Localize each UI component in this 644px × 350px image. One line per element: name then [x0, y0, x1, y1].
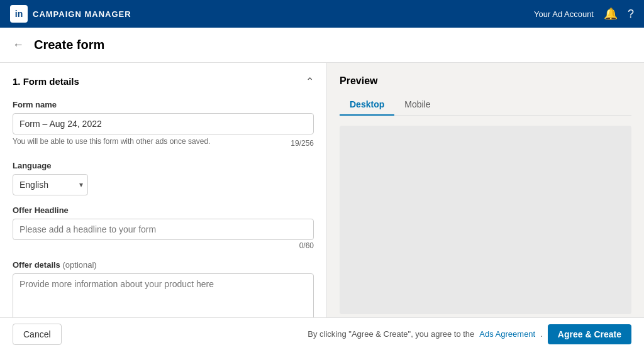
section-title: 1. Form details — [13, 76, 79, 87]
top-navigation: in CAMPAIGN MANAGER Your Ad Account 🔔 ? — [0, 0, 644, 28]
account-name: Your Ad Account — [534, 9, 594, 19]
cancel-button[interactable]: Cancel — [13, 324, 62, 345]
footer-period: . — [540, 329, 543, 339]
language-label: Language — [13, 161, 314, 170]
offer-headline-input[interactable] — [13, 219, 314, 240]
ads-agreement-link[interactable]: Ads Agreement — [479, 329, 535, 339]
tab-desktop[interactable]: Desktop — [340, 94, 394, 116]
left-panel: 1. Form details ⌃ Form name You will be … — [0, 63, 327, 317]
footer-right: By clicking "Agree & Create", you agree … — [308, 324, 631, 344]
tab-mobile[interactable]: Mobile — [394, 94, 440, 116]
collapse-icon[interactable]: ⌃ — [306, 75, 314, 87]
offer-details-label: Offer details (optional) — [13, 260, 314, 270]
preview-title: Preview — [340, 75, 631, 87]
form-name-hint: You will be able to use this form with o… — [13, 137, 210, 146]
offer-headline-char-count: 0/60 — [13, 241, 314, 250]
form-name-input[interactable] — [13, 113, 314, 134]
linkedin-logo: in — [10, 5, 28, 23]
offer-details-optional: (optional) — [62, 260, 96, 270]
language-select-wrapper[interactable]: English — [13, 174, 88, 195]
footer: Cancel By clicking "Agree & Create", you… — [0, 317, 644, 350]
offer-details-input[interactable] — [13, 273, 314, 317]
footer-disclaimer: By clicking "Agree & Create", you agree … — [308, 329, 474, 339]
language-group: Language English — [13, 161, 314, 195]
right-panel: Preview Desktop Mobile — [327, 63, 644, 317]
preview-tabs: Desktop Mobile — [340, 94, 631, 116]
subheader: ← Create form — [0, 28, 644, 63]
offer-headline-label: Offer Headline — [13, 205, 314, 215]
topnav-left: in CAMPAIGN MANAGER — [10, 5, 131, 23]
back-button[interactable]: ← — [13, 38, 24, 52]
footer-left: Cancel — [13, 324, 62, 345]
offer-headline-group: Offer Headline 0/60 — [13, 205, 314, 250]
main-content: 1. Form details ⌃ Form name You will be … — [0, 63, 644, 317]
page-title: Create form — [34, 38, 104, 52]
form-name-group: Form name You will be able to use this f… — [13, 100, 314, 151]
brand-name: CAMPAIGN MANAGER — [33, 9, 131, 19]
agree-create-button[interactable]: Agree & Create — [548, 324, 631, 344]
preview-area — [340, 126, 631, 314]
form-name-char-count: 19/256 — [291, 139, 314, 148]
topnav-right: Your Ad Account 🔔 ? — [534, 7, 634, 21]
form-name-label: Form name — [13, 100, 314, 109]
offer-details-group: Offer details (optional) 0/160 — [13, 260, 314, 317]
section-header: 1. Form details ⌃ — [13, 75, 314, 87]
help-icon[interactable]: ? — [628, 8, 634, 21]
language-select[interactable]: English — [13, 174, 88, 195]
notification-icon[interactable]: 🔔 — [604, 7, 618, 21]
